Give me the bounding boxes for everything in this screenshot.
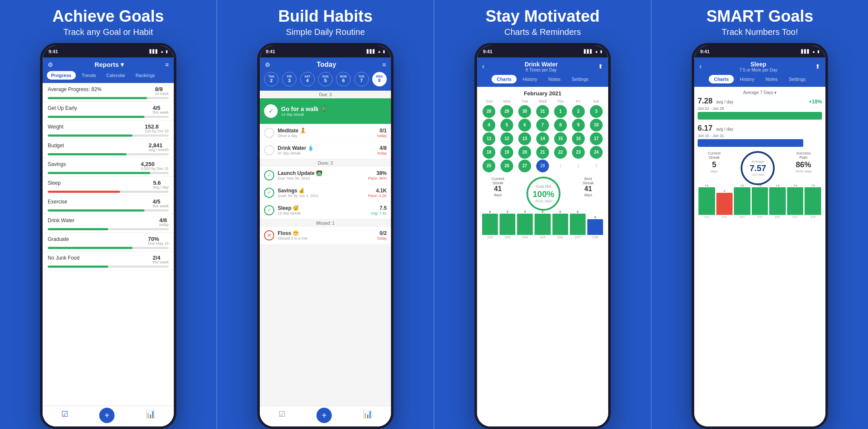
- goal-met-label: Goal Met: [536, 184, 552, 189]
- settings-icon[interactable]: ⚙: [48, 61, 53, 68]
- cal-day: 3: [590, 160, 603, 172]
- s4-bar-622: 7.5 6/22: [698, 184, 715, 218]
- s4-tab-notes[interactable]: Notes: [760, 75, 783, 83]
- s4-tab-settings[interactable]: Settings: [784, 75, 811, 83]
- cal-day: 4: [483, 119, 495, 132]
- row-avg-label: Average Progress: 82%: [48, 86, 102, 92]
- cal-day: 6: [518, 119, 531, 132]
- dropdown-icon[interactable]: ▾: [121, 61, 124, 69]
- water-sub: 97 day streak: [278, 151, 374, 155]
- s2-bottom-chart[interactable]: 📊: [363, 409, 372, 423]
- sleep-name: Sleep 😴: [278, 205, 367, 211]
- panel3-subtitle: Charts & Reminders: [486, 27, 600, 37]
- cal-day: 21: [536, 146, 549, 159]
- phone4-notch: 9:41 ▋▋▋ ▲ ▮: [694, 46, 825, 57]
- panel2-subtitle: Simple Daily Routine: [278, 27, 373, 37]
- item-walk[interactable]: ✓ Go for a walk 🚶 14 day streak: [260, 98, 391, 124]
- bottom-check-btn[interactable]: ☑: [61, 409, 68, 423]
- cal-day: 23: [572, 146, 585, 159]
- panel-build-habits: Build Habits Simple Daily Routine 9:41 ▋…: [216, 0, 434, 429]
- s4-share-icon[interactable]: ⬆: [815, 63, 820, 70]
- s3-tab-history[interactable]: History: [517, 75, 542, 83]
- launch-check[interactable]: ✓: [264, 170, 274, 180]
- goal-pct: 100%: [532, 189, 554, 199]
- missed-label: Missed: 1: [260, 219, 391, 226]
- phone1-status: ▋▋▋ ▲ ▮: [149, 49, 168, 54]
- s1-content: Average Progress: 82% 8/9 on track Get U…: [43, 83, 174, 406]
- savings-check[interactable]: ✓: [264, 188, 274, 198]
- s4-stat-success: SuccessRate 86% 28/32 days: [795, 151, 812, 185]
- bottom-add-btn[interactable]: +: [99, 408, 115, 423]
- day-tue: Tue: [516, 99, 534, 103]
- best-streak-unit: days: [583, 193, 594, 197]
- meditate-check[interactable]: [264, 128, 274, 138]
- menu-icon[interactable]: ≡: [165, 61, 169, 68]
- cal-day: 10: [590, 119, 603, 132]
- s2-bottom-add[interactable]: +: [316, 408, 332, 423]
- row-weight-sub: 150 by Oct 15: [145, 129, 169, 133]
- s3-back-icon[interactable]: ‹: [482, 63, 484, 70]
- item-launch[interactable]: ✓ Launch Update 👨‍💻 Due: Nov 30, 2019 38…: [260, 167, 391, 184]
- screen4: ‹ Sleep 7.5 or More per Day ⬆ Charts His…: [694, 57, 825, 426]
- item-drink-water[interactable]: Drink Water 💧 97 day streak 4/8 today: [260, 142, 391, 159]
- s3-tab-notes[interactable]: Notes: [543, 75, 566, 83]
- day-mon[interactable]: MON6: [336, 72, 351, 86]
- s2-menu-icon[interactable]: ≡: [382, 61, 386, 68]
- chart-bar-225: 8 2/25: [535, 210, 550, 239]
- s2-settings-icon[interactable]: ⚙: [265, 61, 270, 68]
- day-sat: Sat: [587, 99, 605, 103]
- row-exercise: Exercise 4/5 this week: [43, 195, 174, 214]
- s4-tab-charts[interactable]: Charts: [709, 75, 734, 83]
- cal-day: 15: [554, 132, 567, 145]
- phone3-notch-bump: [517, 47, 560, 56]
- stat-current-streak: CurrentStreak 41 days: [491, 177, 504, 211]
- cal-day: 2: [572, 160, 585, 172]
- phone1: 9:41 ▋▋▋ ▲ ▮ ⚙ Reports ▾ ≡ Progress Tren…: [40, 43, 176, 429]
- day-fri[interactable]: FRI3: [282, 72, 296, 86]
- s3-tab-charts[interactable]: Charts: [491, 75, 517, 83]
- s4-tab-history[interactable]: History: [735, 75, 759, 83]
- row-exercise-sub: this week: [152, 204, 169, 208]
- bottom-chart-btn[interactable]: 📊: [146, 409, 155, 423]
- day-thu[interactable]: THU2: [264, 72, 279, 86]
- panel4-header: SMART Goals Track Numbers Too!: [706, 8, 813, 37]
- cal-day: 9: [572, 119, 585, 132]
- row-drink-sub: today: [159, 223, 169, 227]
- row-savings: Savings 4,250 5,000 by Dec 31: [43, 158, 174, 177]
- day-tue[interactable]: TUE7: [354, 72, 369, 86]
- s2-bottom-check[interactable]: ☑: [279, 409, 285, 423]
- wifi-icon: ▲: [377, 49, 381, 54]
- chart-bar-226: 8 2/26: [552, 210, 568, 239]
- tab-calendar[interactable]: Calendar: [102, 71, 130, 80]
- walk-check[interactable]: ✓: [264, 104, 278, 118]
- cal-day: 8: [554, 119, 567, 132]
- phone2-notch: 9:41 ▋▋▋ ▲ ▮: [260, 46, 391, 57]
- s4-tabs: Charts History Notes Settings: [694, 75, 825, 87]
- item-sleep[interactable]: ✓ Sleep 😴 19 day streak 7.5 Avg: 7.41: [260, 202, 391, 219]
- item-floss[interactable]: ✕ Floss 😬 Missed 3 in a row 0/2 today: [260, 227, 391, 244]
- item-savings[interactable]: ✓ Savings 💰 Goal: 5K by Jun 1, 2021 4.1K…: [260, 184, 391, 201]
- water-check[interactable]: [264, 145, 274, 155]
- floss-check[interactable]: ✕: [264, 230, 274, 240]
- day-sat[interactable]: SAT4: [300, 72, 315, 86]
- cal-day: 1: [554, 160, 567, 172]
- tab-rankings[interactable]: Rankings: [131, 71, 159, 80]
- sleep-check[interactable]: ✓: [264, 205, 274, 215]
- meditate-name: Meditate 🧘: [278, 128, 374, 134]
- s3-tab-settings[interactable]: Settings: [566, 75, 594, 83]
- day-thu: Thu: [552, 99, 569, 103]
- day-sun[interactable]: SUN5: [318, 72, 333, 86]
- chart-bar-223: 8 2/23: [500, 210, 515, 239]
- s3-sub: 8 Times per Day: [525, 68, 558, 72]
- s4-bar-625: 7.5 6/25: [752, 184, 768, 218]
- chart-bar-228: 6 2/28: [587, 216, 603, 239]
- s4-back-icon[interactable]: ‹: [699, 63, 701, 70]
- goal-sub: 41/41 days: [535, 199, 552, 203]
- s3-share-icon[interactable]: ⬆: [598, 63, 603, 70]
- item-meditate[interactable]: Meditate 🧘 Once a day 0/1 today: [260, 124, 391, 141]
- row-get-up-sub: this week: [152, 110, 169, 114]
- tab-trends[interactable]: Trends: [78, 71, 101, 80]
- row-sleep-sub: avg / day: [153, 185, 169, 189]
- day-wed[interactable]: WED8: [372, 72, 387, 86]
- tab-progress[interactable]: Progress: [47, 71, 76, 80]
